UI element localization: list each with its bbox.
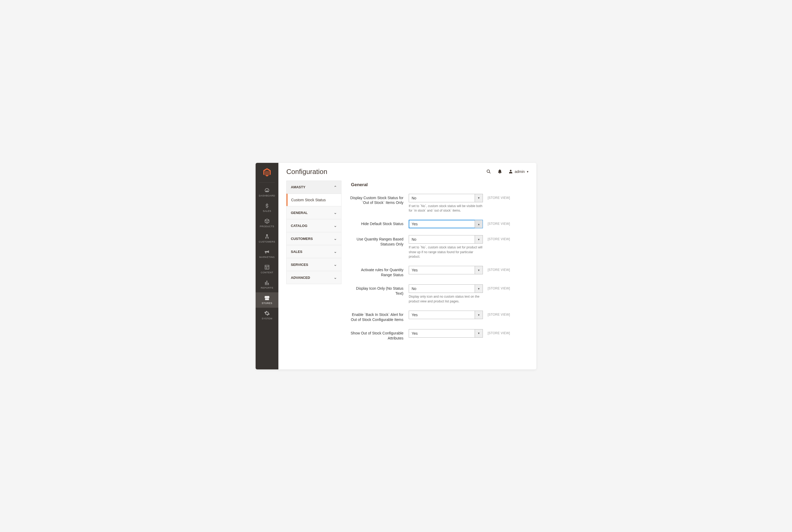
- caret-down-icon[interactable]: ▼: [475, 329, 483, 337]
- field-row: Enable `Back In Stock` Alert for Out of …: [350, 311, 531, 322]
- select[interactable]: Yes▼: [409, 311, 483, 319]
- select-value: No: [409, 196, 419, 200]
- field-label: Use Quantity Ranges Based Statuses Only: [350, 235, 409, 247]
- field-row: Display Custom Stock Status for `Out of …: [350, 194, 531, 213]
- field-scope: [STORE VIEW]: [483, 329, 517, 335]
- topbar: Configuration admin ▼: [278, 163, 536, 179]
- field-label: Hide Default Stock Status: [350, 220, 409, 226]
- storefront-icon: [264, 295, 270, 301]
- gear-icon: [264, 310, 270, 316]
- chevron-down-icon: ⌄: [334, 236, 337, 241]
- select-value: No: [409, 286, 419, 291]
- caret-down-icon[interactable]: ▼: [475, 235, 483, 243]
- field-help: If set to `No`, custom stock status set …: [409, 245, 483, 259]
- config-group-customers[interactable]: CUSTOMERS⌄: [287, 232, 341, 245]
- config-group-label: GENERAL: [291, 211, 308, 215]
- field-control: No▼If set to `No`, custom stock status s…: [409, 235, 483, 259]
- config-group-catalog[interactable]: CATALOG⌄: [287, 219, 341, 232]
- rail-item-reports[interactable]: REPORTS: [256, 277, 278, 292]
- field-row: Show Out of Stock Configurable Attribute…: [350, 329, 531, 341]
- config-group-services[interactable]: SERVICES⌄: [287, 258, 341, 271]
- field-scope: [STORE VIEW]: [483, 235, 517, 241]
- select-value: Yes: [409, 331, 420, 336]
- config-group-label: CUSTOMERS: [291, 237, 313, 241]
- magento-logo[interactable]: [262, 168, 272, 177]
- field-label: Enable `Back In Stock` Alert for Out of …: [350, 311, 409, 322]
- field-label: Display Custom Stock Status for `Out of …: [350, 194, 409, 206]
- caret-up-icon[interactable]: ▲: [475, 220, 483, 228]
- select[interactable]: No▼: [409, 235, 483, 244]
- settings-section: General Display Custom Stock Status for …: [350, 180, 536, 369]
- field-control: No▼If set to `No`, custom stock status w…: [409, 194, 483, 213]
- field-label: Show Out of Stock Configurable Attribute…: [350, 329, 409, 341]
- rail-item-products[interactable]: PRODUCTS: [256, 215, 278, 231]
- field-control: No▼Display only icon and no custom statu…: [409, 284, 483, 304]
- config-group-label: SERVICES: [291, 263, 308, 267]
- search-icon[interactable]: [486, 169, 491, 174]
- account-menu[interactable]: admin ▼: [508, 169, 529, 174]
- select[interactable]: No▼: [409, 284, 483, 293]
- bar-chart-icon: [264, 280, 270, 285]
- config-group-label: AMASTY: [291, 185, 305, 189]
- config-group-advanced[interactable]: ADVANCED⌄: [287, 271, 341, 284]
- field-control: Yes▼: [409, 311, 483, 319]
- config-group-sales[interactable]: SALES⌄: [287, 245, 341, 258]
- select-value: Yes: [409, 268, 420, 272]
- admin-rail: DASHBOARD SALES PRODUCTS CUSTOMERS MARKE…: [256, 163, 278, 369]
- rail-item-customers[interactable]: CUSTOMERS: [256, 231, 278, 246]
- box-icon: [264, 218, 270, 224]
- caret-down-icon[interactable]: ▼: [475, 266, 483, 274]
- select-value: No: [409, 237, 419, 242]
- user-icon: [508, 169, 513, 174]
- field-label: Activate rules for Quantity Range Status: [350, 266, 409, 278]
- select-value: Yes: [409, 313, 420, 317]
- field-help: If set to `No`, custom stock status will…: [409, 204, 483, 213]
- rail-label: DASHBOARD: [259, 194, 275, 197]
- bell-icon[interactable]: [497, 169, 503, 174]
- rail-label: SYSTEM: [262, 317, 272, 320]
- content: AMASTY ⌃ Custom Stock Status GENERAL⌄ CA…: [278, 179, 536, 369]
- rail-item-system[interactable]: SYSTEM: [256, 308, 278, 323]
- chevron-down-icon: ⌄: [334, 276, 337, 280]
- select[interactable]: No▼: [409, 194, 483, 202]
- rail-item-dashboard[interactable]: DASHBOARD: [256, 185, 278, 200]
- caret-down-icon[interactable]: ▼: [475, 194, 483, 202]
- field-row: Activate rules for Quantity Range Status…: [350, 266, 531, 278]
- person-icon: [264, 233, 270, 240]
- rail-label: CONTENT: [261, 271, 274, 274]
- rail-label: STORES: [262, 302, 272, 305]
- config-group-general[interactable]: GENERAL⌄: [287, 206, 341, 219]
- select[interactable]: Yes▲: [409, 220, 483, 228]
- section-title: General: [351, 182, 531, 188]
- rail-item-marketing[interactable]: MARKETING: [256, 246, 278, 262]
- field-row: Display Icon Only (No Status Text)No▼Dis…: [350, 284, 531, 304]
- field-scope: [STORE VIEW]: [483, 220, 517, 226]
- caret-down-icon[interactable]: ▼: [475, 311, 483, 319]
- field-control: Yes▼: [409, 266, 483, 274]
- field-row: Use Quantity Ranges Based Statuses OnlyN…: [350, 235, 531, 259]
- config-item-custom-stock-status[interactable]: Custom Stock Status: [287, 194, 341, 206]
- divider: [259, 183, 275, 183]
- field-scope: [STORE VIEW]: [483, 194, 517, 200]
- config-item-label: Custom Stock Status: [291, 198, 326, 202]
- rail-label: PRODUCTS: [260, 225, 275, 228]
- field-scope: [STORE VIEW]: [483, 311, 517, 317]
- caret-down-icon: ▼: [526, 170, 529, 173]
- account-name: admin: [515, 170, 525, 174]
- field-help: Display only icon and no custom status t…: [409, 294, 483, 304]
- rail-label: REPORTS: [261, 286, 274, 289]
- field-row: Hide Default Stock StatusYes▲[STORE VIEW…: [350, 220, 531, 228]
- caret-down-icon[interactable]: ▼: [475, 285, 483, 292]
- rail-label: MARKETING: [259, 256, 275, 259]
- admin-window: DASHBOARD SALES PRODUCTS CUSTOMERS MARKE…: [256, 163, 536, 369]
- config-group-head[interactable]: AMASTY ⌃: [287, 181, 341, 194]
- select[interactable]: Yes▼: [409, 266, 483, 274]
- rail-label: CUSTOMERS: [259, 241, 275, 243]
- config-group-label: ADVANCED: [291, 276, 310, 280]
- select[interactable]: Yes▼: [409, 329, 483, 338]
- chevron-down-icon: ⌄: [334, 224, 337, 228]
- config-group-amasty: AMASTY ⌃ Custom Stock Status: [286, 180, 341, 206]
- rail-item-content[interactable]: CONTENT: [256, 262, 278, 277]
- rail-item-sales[interactable]: SALES: [256, 200, 278, 215]
- rail-item-stores[interactable]: STORES: [256, 292, 278, 308]
